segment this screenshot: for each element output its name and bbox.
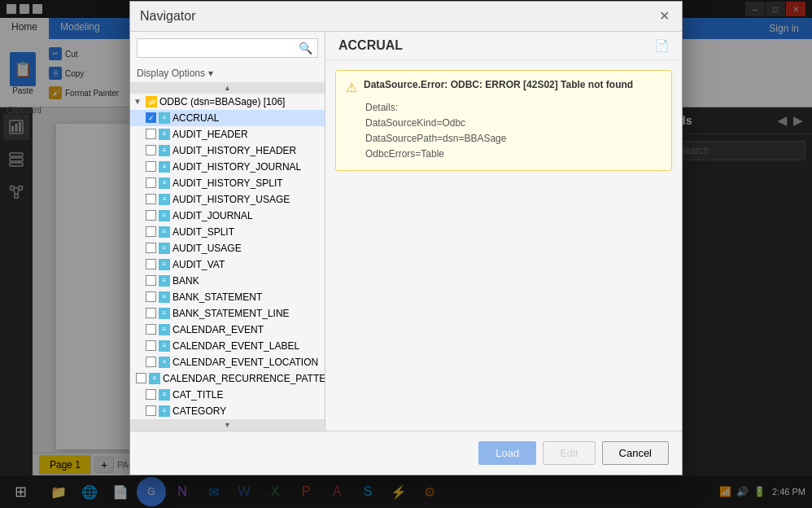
checkbox-calendar-recurrence-pattern[interactable] — [136, 373, 146, 383]
tree-item-label-audit-history-usage: AUDIT_HISTORY_USAGE — [172, 194, 290, 205]
checkbox-audit-vat[interactable] — [146, 259, 156, 269]
tree-item-label-audit-history-header: AUDIT_HISTORY_HEADER — [172, 145, 296, 156]
error-details-label: Details: — [365, 100, 661, 116]
table-icon-calendar-event-label: ≡ — [159, 340, 170, 352]
table-icon-cat-title: ≡ — [159, 389, 170, 401]
tree-item-label-calendar-event-label: CALENDAR_EVENT_LABEL — [172, 340, 299, 352]
tree-item-audit-split[interactable]: ≡ AUDIT_SPLIT — [130, 224, 325, 240]
table-icon-audit-journal: ≡ — [159, 210, 170, 221]
folder-icon: 📁 — [146, 96, 157, 107]
tree-item-calendar-recurrence-pattern[interactable]: ≡ CALENDAR_RECURRENCE_PATTERN — [130, 370, 325, 387]
error-details: Details: DataSourceKind=Odbc DataSourceP… — [365, 100, 661, 163]
dialog-close-button[interactable]: ✕ — [656, 8, 672, 24]
cancel-button[interactable]: Cancel — [602, 441, 669, 465]
table-icon-audit-history-header: ≡ — [159, 145, 170, 156]
tree-item-audit-usage[interactable]: ≡ AUDIT_USAGE — [130, 240, 325, 256]
dialog-body: 🔍 Display Options ▾ ▲ ▼ 📁 ODBC (dsn=BBAS… — [130, 32, 682, 431]
table-icon-accrual: ≡ — [159, 112, 170, 124]
checkbox-calendar-event-location[interactable] — [146, 357, 156, 367]
tree-item-audit-header[interactable]: ≡ AUDIT_HEADER — [130, 126, 325, 142]
table-icon-calendar-event-location: ≡ — [159, 357, 170, 368]
checkbox-audit-history-split[interactable] — [146, 177, 156, 188]
table-icon-calendar-event: ≡ — [159, 324, 170, 335]
tree-item-label-audit-history-journal: AUDIT_HISTORY_JOURNAL — [172, 161, 301, 173]
preview-header: ACCRUAL 📄 — [325, 32, 682, 60]
tree-item-accrual[interactable]: ✓ ≡ ACCRUAL — [130, 110, 325, 126]
tree-item-label-bank-statement: BANK_STATEMENT — [172, 291, 262, 303]
navigator-dialog: Navigator ✕ 🔍 Display Options ▾ — [129, 1, 683, 475]
error-warning-icon: ⚠ — [346, 80, 357, 95]
checkbox-audit-usage[interactable] — [146, 243, 156, 253]
error-detail-datasourcekind: DataSourceKind=Odbc — [365, 116, 661, 131]
checkbox-calendar-event[interactable] — [146, 324, 156, 335]
edit-button[interactable]: Edit — [543, 441, 595, 465]
tree-item-label-audit-history-split: AUDIT_HISTORY_SPLIT — [172, 177, 283, 189]
modal-overlay: Navigator ✕ 🔍 Display Options ▾ — [0, 0, 812, 508]
checkbox-audit-header[interactable] — [146, 129, 156, 139]
display-options-label: Display Options — [137, 68, 205, 79]
tree-parent-odbc[interactable]: ▼ 📁 ODBC (dsn=BBASage) [106] — [130, 94, 325, 110]
tree-item-label-audit-journal: AUDIT_JOURNAL — [172, 210, 253, 221]
load-button[interactable]: Load — [478, 441, 536, 465]
checkbox-audit-history-header[interactable] — [146, 145, 156, 155]
navigator-search-icon[interactable]: 🔍 — [299, 42, 312, 55]
table-icon-audit-split: ≡ — [159, 226, 170, 238]
preview-options-icon[interactable]: 📄 — [655, 39, 669, 52]
dialog-left-pane: 🔍 Display Options ▾ ▲ ▼ 📁 ODBC (dsn=BBAS… — [130, 32, 325, 431]
checkbox-audit-history-journal[interactable] — [146, 161, 156, 172]
tree-item-bank-statement[interactable]: ≡ BANK_STATEMENT — [130, 289, 325, 305]
table-icon-audit-history-split: ≡ — [159, 177, 170, 189]
checkbox-bank-statement-line[interactable] — [146, 308, 156, 318]
error-message-text: DataSource.Error: ODBC: ERROR [42S02] Ta… — [364, 79, 633, 90]
tree-item-label-calendar-event-location: CALENDAR_EVENT_LOCATION — [172, 357, 318, 368]
tree-item-label-audit-split: AUDIT_SPLIT — [172, 226, 234, 238]
tree-item-label-cat-title: CAT_TITLE — [172, 389, 223, 401]
checkbox-bank-statement[interactable] — [146, 291, 156, 302]
dialog-title: Navigator — [140, 9, 195, 24]
table-icon-category: ≡ — [159, 405, 170, 417]
checkbox-bank[interactable] — [146, 275, 156, 286]
table-icon-bank-statement: ≡ — [159, 291, 170, 303]
dialog-footer: Load Edit Cancel — [130, 431, 682, 475]
tree-item-label-audit-vat: AUDIT_VAT — [172, 259, 225, 270]
checkbox-audit-journal[interactable] — [146, 210, 156, 221]
tree-item-category[interactable]: ≡ CATEGORY — [130, 403, 325, 419]
tree-item-audit-journal[interactable]: ≡ AUDIT_JOURNAL — [130, 208, 325, 224]
tree-item-audit-history-usage[interactable]: ≡ AUDIT_HISTORY_USAGE — [130, 191, 325, 208]
table-icon-audit-history-usage: ≡ — [159, 194, 170, 205]
table-icon-audit-header: ≡ — [159, 129, 170, 140]
dialog-right-pane: ACCRUAL 📄 ⚠ DataSource.Error: ODBC: ERRO… — [325, 32, 682, 431]
table-icon-bank-statement-line: ≡ — [159, 308, 170, 319]
tree-scroll-down[interactable]: ▼ — [130, 419, 325, 431]
table-icon-audit-usage: ≡ — [159, 243, 170, 254]
table-icon-bank: ≡ — [159, 275, 170, 287]
tree-item-calendar-event-location[interactable]: ≡ CALENDAR_EVENT_LOCATION — [130, 354, 325, 370]
tree-item-audit-history-journal[interactable]: ≡ AUDIT_HISTORY_JOURNAL — [130, 159, 325, 175]
tree-item-label-audit-usage: AUDIT_USAGE — [172, 243, 242, 254]
tree-item-label-bank: BANK — [172, 275, 199, 287]
error-detail-datasourcepath: DataSourcePath=dsn=BBASage — [365, 131, 661, 147]
checkbox-accrual[interactable]: ✓ — [146, 112, 156, 123]
tree-item-calendar-event-label[interactable]: ≡ CALENDAR_EVENT_LABEL — [130, 338, 325, 354]
tree-item-label-calendar-recurrence-pattern: CALENDAR_RECURRENCE_PATTERN — [163, 373, 325, 384]
tree-scroll-up[interactable]: ▲ — [130, 82, 325, 94]
tree-item-cat-title[interactable]: ≡ CAT_TITLE — [130, 387, 325, 403]
tree-item-audit-history-split[interactable]: ≡ AUDIT_HISTORY_SPLIT — [130, 175, 325, 191]
tree-item-audit-vat[interactable]: ≡ AUDIT_VAT — [130, 256, 325, 273]
checkbox-calendar-event-label[interactable] — [146, 340, 156, 351]
checkbox-audit-history-usage[interactable] — [146, 194, 156, 204]
navigator-search-input[interactable] — [142, 41, 299, 55]
tree-item-bank[interactable]: ≡ BANK — [130, 273, 325, 289]
tree-item-bank-statement-line[interactable]: ≡ BANK_STATEMENT_LINE — [130, 305, 325, 322]
checkbox-audit-split[interactable] — [146, 226, 156, 237]
tree-item-audit-history-header[interactable]: ≡ AUDIT_HISTORY_HEADER — [130, 142, 325, 159]
error-panel: ⚠ DataSource.Error: ODBC: ERROR [42S02] … — [335, 70, 672, 172]
display-options-dropdown[interactable]: Display Options ▾ — [130, 64, 325, 82]
checkbox-category[interactable] — [146, 405, 156, 416]
preview-table-name: ACCRUAL — [338, 38, 403, 53]
tree-item-calendar-event[interactable]: ≡ CALENDAR_EVENT — [130, 322, 325, 338]
tree-item-label-calendar-event: CALENDAR_EVENT — [172, 324, 264, 335]
tree-item-label-bank-statement-line: BANK_STATEMENT_LINE — [172, 308, 290, 319]
tree-item-label-audit-header: AUDIT_HEADER — [172, 129, 248, 140]
checkbox-cat-title[interactable] — [146, 389, 156, 400]
